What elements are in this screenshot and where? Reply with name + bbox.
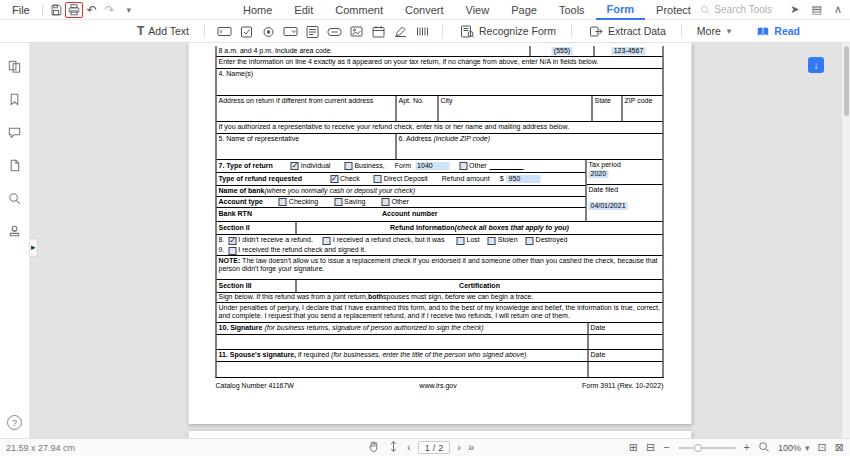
line9-number: 9. — [219, 246, 225, 254]
save-button[interactable] — [47, 2, 65, 18]
checkbox-individual[interactable] — [291, 162, 299, 170]
scroll-icon — [387, 440, 400, 453]
radio-button-button[interactable] — [260, 23, 277, 39]
scroll-mode-button[interactable] — [387, 440, 400, 455]
bookmark-icon — [7, 92, 22, 107]
barcode-field-button[interactable] — [414, 23, 431, 39]
date11-field[interactable] — [589, 362, 663, 377]
read-mode-toggle[interactable]: Read — [752, 23, 804, 40]
hand-tool-button[interactable] — [367, 440, 380, 455]
tab-tools[interactable]: Tools — [548, 0, 596, 20]
next-page-button[interactable]: › — [457, 442, 461, 453]
print-button[interactable] — [65, 2, 83, 18]
check-box-button[interactable] — [238, 23, 255, 39]
zoom-search-button[interactable] — [758, 441, 770, 455]
date-field-button[interactable] — [370, 23, 387, 39]
tab-home[interactable]: Home — [232, 0, 283, 20]
tab-view[interactable]: View — [455, 0, 501, 20]
checkbox-signed[interactable] — [228, 247, 236, 255]
list-box-button[interactable] — [304, 23, 321, 39]
zoom-level-dropdown[interactable]: 100% ▾ — [778, 443, 810, 453]
page-input[interactable]: 1 / 2 — [418, 441, 451, 454]
scrollbar-thumb[interactable] — [844, 46, 849, 116]
phone-area-field[interactable]: (555) — [552, 47, 572, 55]
checkbox-direct-deposit[interactable] — [374, 175, 382, 183]
rep-name-field[interactable]: 5. Name of representative — [217, 134, 397, 159]
more-button[interactable]: More ▾ — [693, 23, 735, 39]
collapse-toolbar-icon[interactable]: ∧ — [834, 4, 842, 15]
checkbox-other-return[interactable] — [459, 162, 467, 170]
help-button[interactable]: ? — [7, 415, 22, 430]
date-filed-field[interactable]: 04/01/2021 — [589, 202, 628, 210]
combo-box-button[interactable] — [282, 23, 299, 39]
attachment-panel-button[interactable] — [5, 156, 25, 174]
left-panel-rail: ? — [0, 43, 30, 438]
address-field[interactable]: Address on return if different from curr… — [217, 96, 397, 121]
signature-field-button[interactable] — [392, 23, 409, 39]
view-grid-button[interactable]: ⊞ — [629, 442, 638, 453]
phone-number-field[interactable]: 123-4567 — [612, 47, 646, 55]
sidebar-expand-handle[interactable]: ▸ — [30, 238, 38, 257]
checkbox-business[interactable] — [344, 162, 352, 170]
checkbox-saving[interactable] — [334, 198, 342, 206]
form-number-field[interactable]: 1040 — [415, 162, 449, 170]
share-icon[interactable]: ➤ — [790, 4, 799, 15]
bookmark-panel-button[interactable] — [5, 90, 25, 108]
file-menu[interactable]: File — [8, 4, 38, 16]
tab-convert[interactable]: Convert — [394, 0, 455, 20]
last-page-button[interactable]: » — [468, 442, 474, 453]
vertical-scrollbar[interactable] — [841, 43, 850, 438]
thumbnail-panel-button[interactable] — [5, 57, 25, 75]
checkbox-no-refund[interactable] — [228, 237, 236, 245]
signature11-field[interactable] — [217, 362, 589, 377]
checkbox-check[interactable] — [330, 175, 338, 183]
signature10-field[interactable] — [217, 335, 589, 349]
date10-field[interactable] — [589, 335, 663, 349]
checkbox-destroyed[interactable] — [526, 237, 534, 245]
tab-protect[interactable]: Protect — [645, 0, 702, 20]
other-return-field[interactable] — [490, 163, 524, 170]
zip-field[interactable]: ZIP code — [623, 96, 663, 121]
text-field-button[interactable] — [216, 23, 233, 39]
add-text-label: Add Text — [148, 25, 189, 37]
rep-address-field[interactable]: 6. Address (include ZIP code) — [397, 134, 663, 159]
checkbox-stolen[interactable] — [488, 237, 496, 245]
single-page-button[interactable]: ⊟ — [646, 442, 655, 453]
search-panel-button[interactable] — [5, 189, 25, 207]
push-button-button[interactable] — [326, 23, 343, 39]
tab-edit[interactable]: Edit — [283, 0, 324, 20]
tab-page[interactable]: Page — [500, 0, 548, 20]
recognize-form-button[interactable]: Recognize Form — [454, 21, 560, 41]
refund-amount-field[interactable]: 950 — [507, 175, 541, 183]
customize-toolbar-button[interactable]: ▾ — [119, 2, 137, 18]
name-field[interactable]: 4. Name(s) — [217, 69, 663, 95]
image-field-button[interactable] — [348, 23, 365, 39]
checkbox-lost[interactable] — [457, 237, 465, 245]
tab-form[interactable]: Form — [596, 0, 646, 20]
zoom-slider[interactable] — [678, 447, 736, 449]
stamp-panel-button[interactable] — [5, 222, 25, 240]
zoom-slider-knob[interactable] — [694, 444, 702, 452]
zoom-out-button[interactable]: − — [663, 442, 669, 453]
tax-period-field[interactable]: 2020 — [589, 170, 609, 178]
perjury-row: Under penalties of perjury, I declare th… — [217, 303, 663, 323]
checkbox-checking[interactable] — [279, 198, 287, 206]
comment-panel-button[interactable] — [5, 123, 25, 141]
fit-page-button[interactable]: ⊡ — [818, 442, 827, 453]
city-field[interactable]: City — [439, 96, 593, 121]
panel-layout-icon[interactable]: ▤ — [812, 4, 822, 15]
zoom-in-button[interactable]: + — [744, 442, 750, 453]
add-text-button[interactable]: T Add Text — [133, 22, 193, 40]
fit-width-button[interactable]: ⊠ — [835, 442, 844, 453]
apt-field[interactable]: Apt. No. — [397, 96, 439, 121]
search-tools-input[interactable]: Search Tools — [700, 4, 772, 15]
redo-button[interactable]: ↷ — [101, 2, 119, 18]
tab-comment[interactable]: Comment — [324, 0, 394, 20]
checkbox-other-account[interactable] — [381, 198, 389, 206]
checkbox-received-check[interactable] — [323, 237, 331, 245]
previous-page-button[interactable]: ‹ — [407, 442, 411, 453]
extract-data-button[interactable]: Extract Data — [583, 21, 670, 41]
undo-button[interactable]: ↶ — [83, 2, 101, 18]
dock-panel-button[interactable]: ↓ — [808, 57, 824, 73]
state-field[interactable]: State — [593, 96, 623, 121]
